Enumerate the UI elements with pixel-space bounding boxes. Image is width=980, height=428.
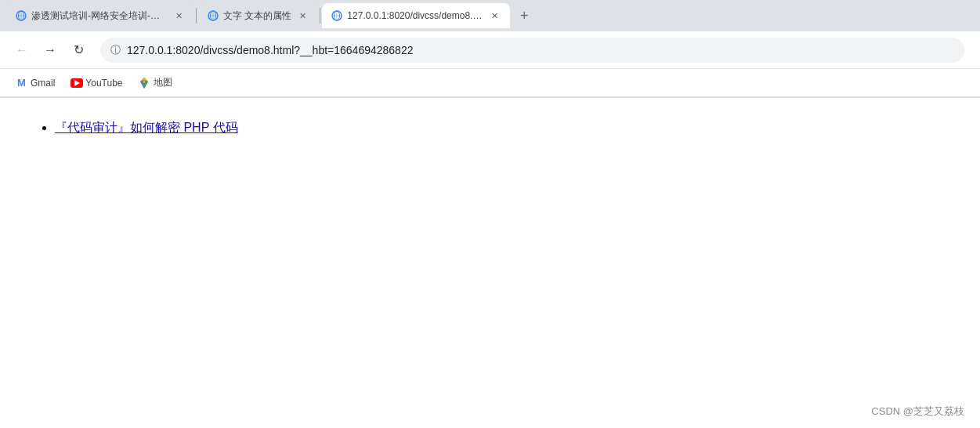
new-tab-button[interactable]: + — [513, 5, 535, 27]
watermark-text: CSDN @芝芝又荔枝 — [871, 405, 964, 417]
browser-chrome: 渗透测试培训-网络安全培训-暗门... ✕ 文字 文本的属性 ✕ 127.0.0… — [0, 0, 980, 98]
lock-icon: ⓘ — [110, 43, 121, 57]
bookmark-youtube-label: YouTube — [85, 78, 122, 89]
tab-1-close[interactable]: ✕ — [172, 9, 185, 22]
youtube-logo — [71, 78, 83, 88]
tab-2[interactable]: 文字 文本的属性 ✕ — [198, 3, 318, 28]
watermark: CSDN @芝芝又荔枝 — [871, 404, 964, 419]
maps-icon — [139, 78, 150, 89]
youtube-play-triangle — [74, 80, 80, 86]
tab-1-title: 渗透测试培训-网络安全培训-暗门... — [31, 9, 168, 23]
tab-1[interactable]: 渗透测试培训-网络安全培训-暗门... ✕ — [6, 3, 194, 28]
address-bar[interactable]: ⓘ 127.0.0.1:8020/divcss/demo8.html?__hbt… — [100, 38, 964, 63]
tab-bar: 渗透测试培训-网络安全培训-暗门... ✕ 文字 文本的属性 ✕ 127.0.0… — [0, 0, 980, 31]
bookmark-maps[interactable]: 地图 — [132, 73, 179, 92]
back-button[interactable]: ← — [9, 38, 34, 63]
bookmark-youtube[interactable]: YouTube — [64, 74, 128, 92]
youtube-icon — [71, 78, 81, 89]
tab-2-title: 文字 文本的属性 — [223, 9, 291, 23]
page-content: 『代码审计』如何解密 PHP 代码 — [0, 98, 980, 158]
bookmark-gmail-label: Gmail — [31, 78, 55, 89]
tab-3[interactable]: 127.0.0.1:8020/divcss/demo8.h... ✕ — [322, 3, 510, 28]
forward-button[interactable]: → — [38, 38, 63, 63]
bookmarks-bar: M Gmail YouTube — [0, 69, 980, 97]
gmail-icon: M — [16, 78, 27, 89]
tab-separator-1 — [196, 8, 197, 24]
tab-2-favicon — [208, 10, 219, 21]
php-link[interactable]: 『代码审计』如何解密 PHP 代码 — [55, 121, 238, 134]
tab-separator-2 — [320, 8, 320, 24]
tab-2-close[interactable]: ✕ — [296, 9, 309, 22]
svg-point-11 — [143, 81, 145, 82]
link-list: 『代码审计』如何解密 PHP 代码 — [31, 120, 949, 136]
tab-1-favicon — [16, 10, 27, 21]
bookmark-maps-label: 地图 — [154, 76, 172, 89]
bookmark-gmail[interactable]: M Gmail — [9, 74, 61, 92]
address-text: 127.0.0.1:8020/divcss/demo8.html?__hbt=1… — [127, 44, 954, 56]
tab-3-favicon — [331, 10, 342, 21]
tab-3-title: 127.0.0.1:8020/divcss/demo8.h... — [347, 10, 483, 21]
navigation-bar: ← → ↻ ⓘ 127.0.0.1:8020/divcss/demo8.html… — [0, 31, 980, 69]
list-item-1: 『代码审计』如何解密 PHP 代码 — [55, 120, 949, 136]
tab-3-close[interactable]: ✕ — [488, 9, 501, 22]
reload-button[interactable]: ↻ — [66, 38, 91, 63]
